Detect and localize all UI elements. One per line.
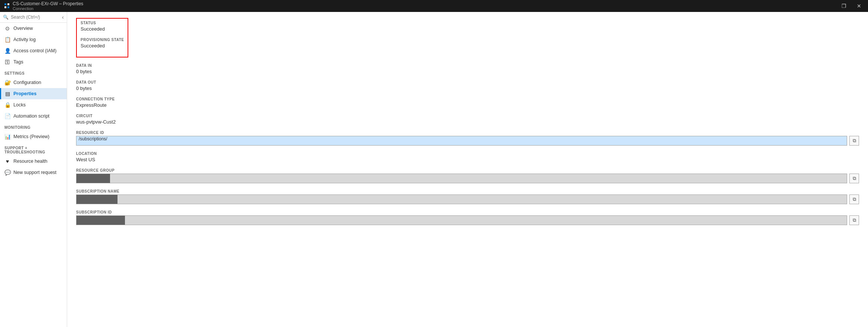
metrics-icon: 📊 — [4, 134, 10, 140]
configuration-label: Configuration — [13, 80, 41, 85]
search-box: 🔍 ‹ — [0, 12, 67, 23]
subscription-id-label: SUBSCRIPTION ID — [76, 210, 859, 214]
resource-health-icon: ♥ — [4, 158, 10, 164]
sidebar-item-access-control[interactable]: 👤Access control (IAM) — [0, 45, 67, 56]
status-label: STATUS — [81, 21, 124, 25]
sidebar-item-locks[interactable]: 🔒Locks — [0, 99, 67, 110]
connection-type-section: CONNECTION TYPE ExpressRoute — [76, 97, 859, 108]
automation-script-icon: 📄 — [4, 113, 10, 119]
overview-icon: ⊙ — [4, 25, 10, 31]
resource-group-label: RESOURCE GROUP — [76, 168, 859, 172]
activity-log-label: Activity log — [13, 37, 36, 42]
status-section: STATUS Succeeded — [81, 21, 124, 32]
sidebar-item-automation-script[interactable]: 📄Automation script — [0, 110, 67, 122]
provisioning-value: Succeeded — [81, 43, 124, 49]
title-bar-controls: ❐ ✕ — [839, 2, 864, 10]
resource-id-label: RESOURCE ID — [76, 131, 859, 135]
location-value: West US — [76, 157, 859, 162]
sidebar-item-activity-log[interactable]: 📋Activity log — [0, 34, 67, 45]
sidebar-section-settings: SETTINGS — [0, 68, 67, 77]
subscription-id-light — [125, 216, 847, 225]
access-control-icon: 👤 — [4, 48, 10, 54]
resource-health-label: Resource health — [13, 159, 47, 164]
locks-label: Locks — [13, 102, 26, 108]
sidebar-item-overview[interactable]: ⊙Overview — [0, 23, 67, 34]
resource-id-row: /subscriptions/ ⧉ — [76, 136, 859, 146]
data-in-section: DATA IN 0 bytes — [76, 63, 859, 74]
subscription-id-section: SUBSCRIPTION ID ⧉ — [76, 210, 859, 225]
resource-group-row: ⧉ — [76, 174, 859, 183]
metrics-label: Metrics (Preview) — [13, 134, 50, 139]
subscription-id-copy-button[interactable]: ⧉ — [849, 215, 859, 225]
sidebar-item-tags[interactable]: ⚿Tags — [0, 56, 67, 68]
subscription-name-light — [117, 195, 847, 204]
data-in-value: 0 bytes — [76, 69, 859, 74]
subscription-name-copy-button[interactable]: ⧉ — [849, 194, 859, 204]
sidebar-items: ⊙Overview📋Activity log👤Access control (I… — [0, 23, 67, 178]
provisioning-section: PROVISIONING STATE Succeeded — [81, 38, 124, 49]
properties-label: Properties — [13, 91, 37, 96]
status-provisioning-box: STATUS Succeeded PROVISIONING STATE Succ… — [76, 18, 128, 57]
subscription-name-bar — [76, 194, 847, 204]
tags-icon: ⚿ — [4, 59, 10, 65]
resource-id-section: RESOURCE ID /subscriptions/ ⧉ — [76, 131, 859, 146]
resource-group-light — [110, 174, 847, 183]
activity-log-icon: 📋 — [4, 37, 10, 43]
subscription-name-row: ⧉ — [76, 194, 859, 204]
automation-script-label: Automation script — [13, 113, 50, 119]
tags-label: Tags — [13, 59, 23, 65]
properties-icon: ▤ — [4, 91, 10, 97]
sidebar-item-new-support-request[interactable]: 💬New support request — [0, 167, 67, 178]
content-area: STATUS Succeeded PROVISIONING STATE Succ… — [67, 12, 868, 327]
title-bar-text: CS-Customer-EXr-GW – Properties Connecti… — [13, 1, 83, 11]
search-input[interactable] — [11, 15, 60, 20]
location-section: LOCATION West US — [76, 152, 859, 162]
resource-group-bar — [76, 174, 847, 183]
subscription-name-label: SUBSCRIPTION NAME — [76, 189, 859, 193]
sidebar: 🔍 ‹ ⊙Overview📋Activity log👤Access contro… — [0, 12, 67, 327]
resource-group-section: RESOURCE GROUP ⧉ — [76, 168, 859, 183]
restore-button[interactable]: ❐ — [839, 2, 849, 10]
sidebar-item-properties[interactable]: ▤Properties — [0, 88, 67, 99]
main-layout: 🔍 ‹ ⊙Overview📋Activity log👤Access contro… — [0, 12, 868, 327]
title-bar-left: CS-Customer-EXr-GW – Properties Connecti… — [4, 1, 83, 11]
configuration-icon: 🔐 — [4, 80, 10, 85]
status-value: Succeeded — [81, 26, 124, 32]
sidebar-section-support--troubleshooting: SUPPORT + TROUBLESHOOTING — [0, 142, 67, 156]
collapse-button[interactable]: ‹ — [62, 14, 64, 20]
circuit-value: wus-pvtpvw-Cust2 — [76, 119, 859, 125]
resource-group-copy-button[interactable]: ⧉ — [849, 174, 859, 183]
close-button[interactable]: ✕ — [855, 2, 864, 10]
subscription-id-row: ⧉ — [76, 215, 859, 225]
data-out-section: DATA OUT 0 bytes — [76, 80, 859, 91]
locks-icon: 🔒 — [4, 102, 10, 108]
access-control-label: Access control (IAM) — [13, 48, 56, 53]
subscription-name-dark — [76, 195, 117, 204]
provisioning-label: PROVISIONING STATE — [81, 38, 124, 42]
resource-id-copy-button[interactable]: ⧉ — [849, 136, 859, 146]
window-subtitle: Connection — [13, 6, 83, 11]
search-icon: 🔍 — [3, 15, 9, 20]
subscription-id-bar — [76, 215, 847, 225]
resource-group-dark — [76, 174, 110, 183]
data-out-label: DATA OUT — [76, 80, 859, 84]
subscription-name-section: SUBSCRIPTION NAME ⧉ — [76, 189, 859, 204]
circuit-section: CIRCUIT wus-pvtpvw-Cust2 — [76, 114, 859, 125]
connection-type-label: CONNECTION TYPE — [76, 97, 859, 101]
title-bar: CS-Customer-EXr-GW – Properties Connecti… — [0, 0, 868, 12]
data-out-value: 0 bytes — [76, 85, 859, 91]
new-support-request-icon: 💬 — [4, 169, 10, 175]
subscription-id-dark — [76, 216, 125, 225]
connection-type-value: ExpressRoute — [76, 102, 859, 108]
new-support-request-label: New support request — [13, 170, 56, 175]
sidebar-item-configuration[interactable]: 🔐Configuration — [0, 77, 67, 88]
sidebar-section-monitoring: MONITORING — [0, 122, 67, 131]
resource-id-value: /subscriptions/ — [79, 136, 107, 141]
overview-label: Overview — [13, 26, 33, 31]
app-logo — [4, 3, 10, 9]
sidebar-item-metrics[interactable]: 📊Metrics (Preview) — [0, 131, 67, 142]
resource-id-input[interactable]: /subscriptions/ — [76, 136, 847, 146]
data-in-label: DATA IN — [76, 63, 859, 68]
location-label: LOCATION — [76, 152, 859, 156]
sidebar-item-resource-health[interactable]: ♥Resource health — [0, 156, 67, 167]
